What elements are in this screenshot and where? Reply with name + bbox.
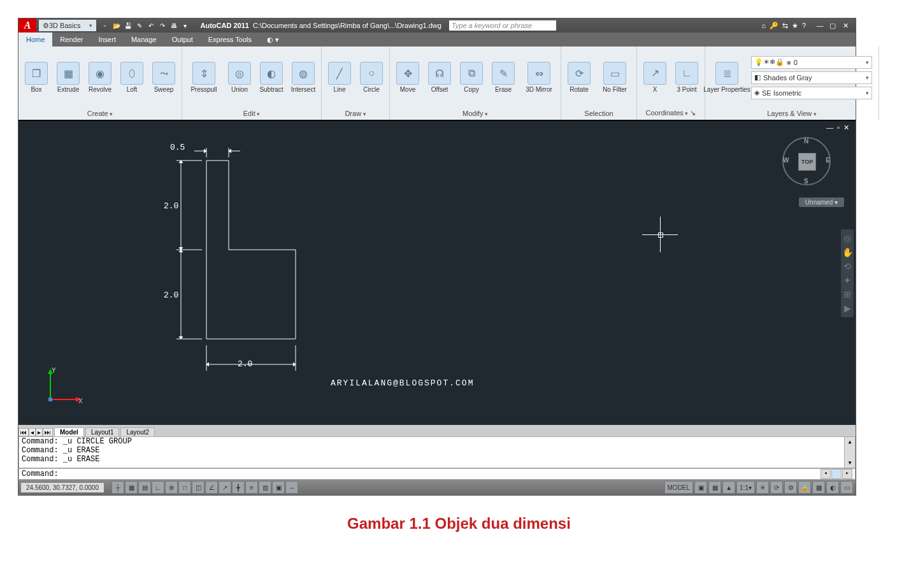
- dyn-icon[interactable]: ╋: [232, 481, 245, 494]
- key-icon[interactable]: 🔑: [770, 22, 778, 30]
- fullnav-icon[interactable]: ◎: [843, 233, 851, 243]
- exchange-icon[interactable]: ⇆: [782, 22, 788, 30]
- tab-first-icon[interactable]: ⏮: [18, 428, 29, 436]
- sc-icon[interactable]: ↔: [285, 481, 298, 494]
- workspace-selector[interactable]: ⚙ 3D Basics: [39, 20, 96, 31]
- mirror-button[interactable]: ⇔3D Mirror: [521, 62, 557, 93]
- isolate-icon[interactable]: ◐: [826, 481, 839, 494]
- sweep-button[interactable]: ⤳Sweep: [150, 62, 178, 93]
- panel-title-draw[interactable]: Draw: [345, 110, 366, 117]
- cmd-scroll-track[interactable]: [831, 469, 842, 479]
- annoscale-icon[interactable]: ▲: [722, 481, 735, 494]
- circle-button[interactable]: ○Circle: [357, 62, 385, 93]
- otrack-icon[interactable]: ∠: [205, 481, 218, 494]
- panel-title-modify[interactable]: Modify: [463, 110, 488, 117]
- layout-tab-2[interactable]: Layout2: [120, 427, 155, 436]
- saveas-icon[interactable]: ✎: [134, 20, 145, 31]
- box-button[interactable]: ❐Box: [22, 62, 50, 93]
- ucs-x-button[interactable]: ↗X: [641, 62, 669, 93]
- view-unnamed-button[interactable]: Unnamed ▾: [799, 197, 844, 207]
- move-button[interactable]: ✥Move: [394, 62, 422, 93]
- qab-more-icon[interactable]: ▾: [180, 20, 190, 31]
- search-input[interactable]: Type a keyword or phrase: [449, 20, 556, 31]
- quickview-icon[interactable]: ▦: [708, 481, 721, 494]
- new-icon[interactable]: ▫: [100, 20, 110, 31]
- extrude-button[interactable]: ▦Extrude: [54, 62, 82, 93]
- rotate-button[interactable]: ⟳Rotate: [565, 62, 593, 93]
- subtract-button[interactable]: ◐Subtract: [257, 62, 285, 93]
- tab-render[interactable]: Render: [52, 32, 90, 47]
- app-logo-icon[interactable]: A: [18, 18, 36, 32]
- polar-icon[interactable]: ⊕: [165, 481, 178, 494]
- lock-icon[interactable]: 🔒: [798, 481, 811, 494]
- zoom-icon[interactable]: ✦: [843, 275, 851, 285]
- viewcube[interactable]: TOP N S W E: [782, 136, 831, 186]
- star-icon[interactable]: ★: [792, 22, 798, 30]
- tab-insert[interactable]: Insert: [90, 32, 124, 47]
- revolve-button[interactable]: ◉Revolve: [86, 62, 114, 93]
- open-icon[interactable]: 📂: [111, 20, 122, 31]
- cmd-scroll-left-icon[interactable]: ◂: [821, 469, 831, 479]
- tab-prev-icon[interactable]: ◂: [29, 428, 36, 436]
- offset-button[interactable]: ☊Offset: [426, 62, 454, 93]
- annsync-icon[interactable]: ⟳: [770, 481, 783, 494]
- erase-button[interactable]: ✎Erase: [489, 62, 517, 93]
- intersect-button[interactable]: ◍Intersect: [289, 62, 317, 93]
- cmd-scrollbar[interactable]: ▴▾: [844, 436, 856, 468]
- model-button[interactable]: MODEL: [664, 481, 694, 494]
- presspull-button[interactable]: ⇕Presspull: [186, 62, 222, 93]
- ucs-3pt-button[interactable]: ∟3 Point: [673, 62, 701, 93]
- tab-home[interactable]: Home: [18, 32, 52, 47]
- loft-button[interactable]: ⬯Loft: [118, 62, 146, 93]
- tab-extra-icon[interactable]: ◐ ▾: [259, 32, 287, 47]
- tpy-icon[interactable]: ▥: [259, 481, 271, 494]
- layerprops-button[interactable]: ≣Layer Properties: [709, 62, 745, 93]
- lwt-icon[interactable]: ≡: [245, 481, 258, 494]
- drawing-canvas[interactable]: — ▫ ✕: [18, 120, 856, 425]
- view-dropdown[interactable]: ◈ SE Isometric: [751, 87, 872, 99]
- scale-button[interactable]: 1:1▾: [736, 481, 755, 494]
- hardware-icon[interactable]: ▩: [812, 481, 825, 494]
- panel-title-create[interactable]: Create: [87, 110, 113, 117]
- nofilter-button[interactable]: ▭No Filter: [597, 62, 633, 93]
- status-coords[interactable]: 24.5600, 30.7327, 0.0000: [21, 483, 104, 492]
- tab-output[interactable]: Output: [164, 32, 201, 47]
- redo-icon[interactable]: ↷: [157, 20, 168, 31]
- osnap-icon[interactable]: □: [178, 481, 191, 494]
- ortho-icon[interactable]: ∟: [152, 481, 164, 494]
- minimize-icon[interactable]: —: [815, 22, 825, 30]
- viewcube-top[interactable]: TOP: [798, 153, 816, 171]
- layout-max-icon[interactable]: ▣: [694, 481, 707, 494]
- tab-manage[interactable]: Manage: [124, 32, 164, 47]
- ws-switch-icon[interactable]: ⚙: [784, 481, 797, 494]
- maximize-icon[interactable]: ▢: [828, 22, 838, 30]
- layer-dropdown[interactable]: 💡☀❄🔒■0: [751, 56, 872, 69]
- copy-button[interactable]: ⧉Copy: [457, 62, 485, 93]
- grid-icon[interactable]: ▤: [138, 481, 151, 494]
- save-icon[interactable]: 💾: [123, 20, 133, 31]
- showmotion-icon[interactable]: ⊞: [843, 289, 851, 299]
- help-icon[interactable]: ?: [802, 22, 806, 29]
- snap-icon[interactable]: ▦: [125, 481, 138, 494]
- steering-icon[interactable]: ▶: [844, 303, 851, 313]
- qp-icon[interactable]: ▣: [272, 481, 285, 494]
- print-icon[interactable]: 🖶: [169, 20, 179, 31]
- orbit-icon[interactable]: ⟲: [843, 261, 851, 271]
- panel-title-selection[interactable]: Selection: [584, 110, 613, 117]
- layout-tab-1[interactable]: Layout1: [85, 427, 120, 436]
- infer-icon[interactable]: ┼: [111, 481, 124, 494]
- close-icon[interactable]: ✕: [840, 22, 850, 30]
- cmd-scroll-right-icon[interactable]: ▸: [842, 469, 852, 479]
- annovis-icon[interactable]: ✳: [756, 481, 769, 494]
- tab-next-icon[interactable]: ▸: [36, 428, 43, 436]
- cleanscreen-icon[interactable]: ▭: [840, 481, 853, 494]
- panel-title-layers[interactable]: Layers & View: [767, 110, 817, 117]
- panel-title-edit[interactable]: Edit: [243, 110, 260, 117]
- tab-last-icon[interactable]: ⏭: [43, 428, 53, 436]
- ducs-icon[interactable]: ↗: [219, 481, 231, 494]
- panel-title-coords[interactable]: Coordinates: [646, 109, 689, 117]
- infocenter-icon[interactable]: ⌂: [761, 22, 766, 29]
- pan-icon[interactable]: ✋: [842, 247, 853, 257]
- 3dosnap-icon[interactable]: ◫: [192, 481, 204, 494]
- command-input[interactable]: Command: ◂ ▸: [18, 468, 856, 480]
